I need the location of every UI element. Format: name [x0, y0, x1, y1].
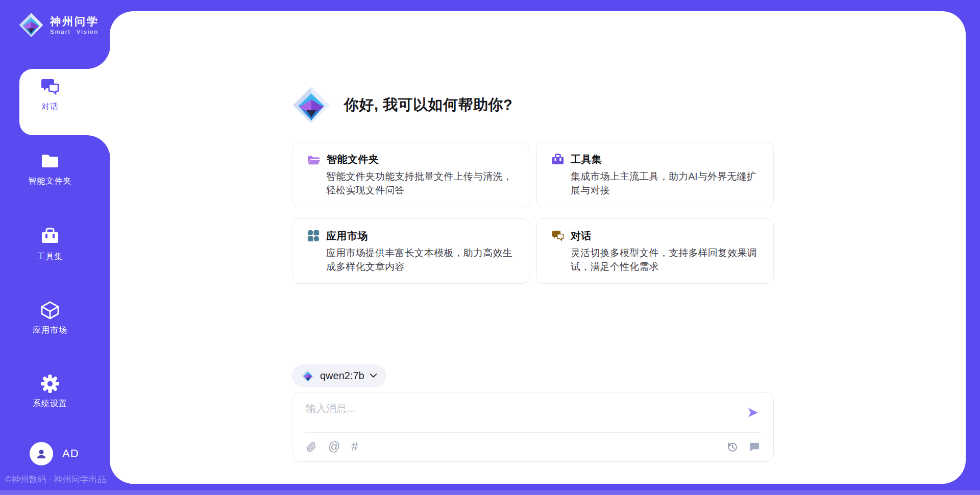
card-title: 智能文件夹 [327, 153, 379, 166]
greeting-text: 你好, 我可以如何帮助你? [344, 95, 512, 115]
topic-button[interactable]: # [351, 441, 358, 453]
composer-toolbar: @ # [306, 433, 760, 461]
sidebar-item-smart-folder[interactable]: 智能文件夹 [0, 151, 100, 187]
brand-diamond-icon [292, 86, 331, 125]
user-initials: AD [62, 447, 79, 460]
sidebar-item-label: 应用市场 [0, 325, 100, 336]
attach-button[interactable] [306, 441, 317, 453]
sidebar-item-label: 工具集 [0, 252, 100, 262]
card-head: 应用市场 [307, 229, 517, 243]
card-title: 工具集 [571, 153, 602, 166]
cube-icon [40, 300, 60, 320]
card-head: 工具集 [551, 153, 761, 166]
chevron-down-icon [370, 373, 377, 379]
feature-card-chat[interactable]: 对话 灵活切换多模型文件，支持多样回复效果调试，满足个性化需求 [536, 218, 774, 284]
sidebar-item-label: 对话 [0, 102, 100, 112]
card-desc: 集成市场上主流工具，助力AI与外界无缝扩展与对接 [571, 170, 761, 197]
feature-card-toolset[interactable]: 工具集 集成市场上主流工具，助力AI与外界无缝扩展与对接 [536, 142, 774, 207]
card-head: 对话 [551, 229, 761, 243]
grid-icon [307, 229, 320, 242]
sidebar-item-chat[interactable]: 对话 [0, 77, 100, 112]
main-content: 你好, 我可以如何帮助你? 智能文件夹 智能文件夹功能支持批量文件上传与清洗，轻… [292, 11, 774, 462]
sidebar-footer-text: ©神州数码 · 神州问学出品 [5, 474, 106, 485]
card-title: 对话 [571, 229, 592, 243]
app-root: 神州问学 Smart Vision 对话 智能文件夹 工具集 [0, 0, 980, 495]
card-desc: 应用市场提供丰富长文本模板，助力高效生成多样化文章内容 [326, 246, 517, 274]
history-icon [726, 441, 738, 453]
composer-right-tools [726, 441, 760, 453]
main-panel: 你好, 我可以如何帮助你? 智能文件夹 智能文件夹功能支持批量文件上传与清洗，轻… [110, 11, 966, 484]
brand-text: 神州问学 Smart Vision [50, 15, 99, 35]
model-name: qwen2:7b [320, 370, 364, 382]
toolbox-icon [551, 153, 565, 166]
model-selector[interactable]: qwen2:7b [292, 364, 386, 387]
sidebar-item-label: 智能文件夹 [0, 176, 100, 187]
greeting-block: 你好, 我可以如何帮助你? [292, 86, 774, 125]
brand-name: 神州问学 [50, 15, 99, 28]
user-profile[interactable]: AD [30, 442, 79, 465]
card-title: 应用市场 [326, 229, 368, 243]
brand-logo: 神州问学 Smart Vision [18, 12, 99, 38]
hash-icon: # [351, 440, 358, 453]
folder-icon [40, 151, 60, 171]
card-head: 智能文件夹 [307, 153, 517, 166]
avatar [30, 442, 53, 465]
paperclip-icon [306, 441, 317, 453]
card-desc: 智能文件夹功能支持批量文件上传与清洗，轻松实现文件问答 [326, 170, 517, 197]
brand-diamond-icon [301, 369, 315, 383]
send-button[interactable] [746, 406, 760, 419]
brand-subtitle: Smart Vision [50, 29, 99, 35]
bottom-edge-strip [0, 490, 980, 495]
composer-left-tools: @ # [306, 441, 358, 453]
sidebar-item-label: 系统设置 [0, 399, 100, 409]
history-button[interactable] [726, 441, 738, 453]
sidebar-item-app-market[interactable]: 应用市场 [0, 300, 100, 336]
feature-card-smart-folder[interactable]: 智能文件夹 智能文件夹功能支持批量文件上传与清洗，轻松实现文件问答 [292, 142, 529, 207]
sidebar-item-settings[interactable]: 系统设置 [0, 374, 100, 409]
feature-cards: 智能文件夹 智能文件夹功能支持批量文件上传与清洗，轻松实现文件问答 工具集 [292, 142, 774, 284]
tab-fillet-top [87, 45, 110, 69]
chat-bubble-icon [748, 441, 760, 453]
gear-icon [40, 374, 60, 394]
sidebar-item-toolset[interactable]: 工具集 [0, 227, 100, 262]
at-icon: @ [328, 440, 340, 453]
person-icon [35, 447, 48, 460]
toolbox-icon [40, 227, 60, 247]
message-composer: @ # [292, 392, 774, 462]
chat-icon [40, 77, 60, 97]
brand-diamond-icon [18, 12, 44, 38]
send-icon [746, 406, 760, 419]
mention-button[interactable]: @ [328, 441, 340, 453]
card-desc: 灵活切换多模型文件，支持多样回复效果调试，满足个性化需求 [571, 246, 761, 274]
folder-open-icon [307, 154, 321, 166]
chat-icon [551, 229, 565, 242]
message-input[interactable] [306, 402, 727, 428]
feature-card-app-market[interactable]: 应用市场 应用市场提供丰富长文本模板，助力高效生成多样化文章内容 [292, 218, 529, 284]
conversation-button[interactable] [748, 441, 760, 453]
